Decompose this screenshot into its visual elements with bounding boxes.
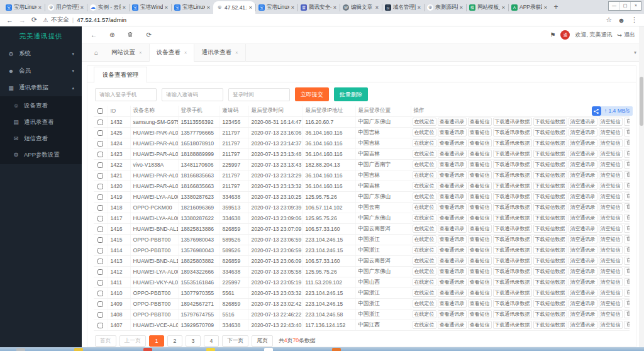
delete-row-button[interactable]	[624, 128, 630, 136]
minimize-button[interactable]: —	[609, 2, 619, 10]
action-button[interactable]: 在线定位	[413, 310, 436, 318]
action-button[interactable]: 下载短信数据	[533, 310, 567, 318]
action-button[interactable]: 清空短信	[599, 321, 623, 329]
action-button[interactable]: 查看通讯录	[438, 289, 467, 297]
browser-tab[interactable]: 宝宝塔Linux面×	[171, 1, 213, 14]
tab-close-icon[interactable]: ×	[38, 4, 42, 11]
action-button[interactable]: 下载短信数据	[533, 278, 567, 286]
submit-button[interactable]: 立即提交	[295, 87, 329, 101]
action-button[interactable]: 清空短信	[599, 257, 623, 265]
action-button[interactable]: 清空通讯录	[569, 225, 597, 233]
tab-close-icon[interactable]: ×	[207, 4, 210, 11]
action-button[interactable]: 查看短信	[468, 118, 492, 126]
action-button[interactable]: 清空短信	[599, 160, 623, 169]
reload-icon[interactable]: ⟳	[31, 16, 37, 24]
new-tab-button[interactable]: +	[550, 2, 562, 13]
action-button[interactable]: 查看通讯录	[438, 171, 467, 179]
tab-close-icon[interactable]: ×	[165, 4, 168, 11]
action-button[interactable]: 下载通讯录数据	[493, 321, 532, 329]
tab-close-icon[interactable]: ×	[460, 4, 463, 11]
action-button[interactable]: 下载短信数据	[533, 128, 567, 136]
action-button[interactable]: 下载短信数据	[533, 118, 567, 126]
action-button[interactable]: 查看短信	[468, 235, 492, 243]
action-button[interactable]: 查看通讯录	[438, 278, 467, 286]
delete-row-button[interactable]	[624, 289, 630, 297]
action-button[interactable]: 下载短信数据	[533, 150, 567, 158]
tab-close-icon[interactable]: ×	[249, 4, 252, 11]
action-button[interactable]: 清空短信	[599, 171, 623, 179]
action-button[interactable]: 清空短信	[599, 214, 623, 222]
action-button[interactable]: 下载短信数据	[533, 321, 567, 329]
action-button[interactable]: 查看通讯录	[438, 160, 467, 169]
action-button[interactable]: 清空短信	[599, 225, 623, 233]
back-icon[interactable]: ←	[6, 16, 13, 24]
tag-icon[interactable]: ⚑	[550, 31, 555, 38]
action-button[interactable]: 查看短信	[468, 289, 492, 297]
action-button[interactable]: 下载通讯录数据	[493, 171, 532, 179]
action-button[interactable]: 清空短信	[599, 289, 623, 297]
action-button[interactable]: 下载通讯录数据	[493, 289, 532, 297]
action-button[interactable]: 下载通讯录数据	[493, 310, 532, 318]
row-checkbox[interactable]	[97, 152, 103, 157]
action-button[interactable]: 查看短信	[468, 299, 492, 308]
delete-row-button[interactable]	[624, 171, 630, 179]
row-checkbox[interactable]	[97, 141, 103, 147]
tab-close-icon[interactable]: ×	[502, 4, 505, 11]
taskbar-icon[interactable]	[74, 348, 83, 351]
page-button[interactable]: 4	[204, 335, 219, 347]
delete-row-button[interactable]	[624, 257, 630, 265]
action-button[interactable]: 下载通讯录数据	[493, 160, 532, 169]
action-button[interactable]: 下载短信数据	[533, 267, 567, 276]
action-button[interactable]: 清空通讯录	[569, 235, 597, 243]
sidebar-item[interactable]: ⚙系统▾	[0, 45, 82, 62]
action-button[interactable]: 下载短信数据	[533, 289, 567, 297]
page-button[interactable]: 1	[149, 335, 164, 347]
action-button[interactable]: 查看通讯录	[438, 310, 467, 318]
action-button[interactable]: 清空通讯录	[569, 267, 597, 276]
row-checkbox[interactable]	[97, 237, 103, 243]
row-checkbox[interactable]	[97, 323, 103, 328]
action-button[interactable]: 查看通讯录	[438, 246, 467, 254]
scrollbar-thumb[interactable]	[640, 77, 643, 126]
taskbar-icon[interactable]	[16, 348, 25, 351]
action-button[interactable]: 下载短信数据	[533, 171, 567, 179]
action-button[interactable]: 下载短信数据	[533, 257, 567, 265]
action-button[interactable]: 清空短信	[599, 246, 623, 254]
delete-row-button[interactable]	[624, 278, 630, 286]
row-checkbox[interactable]	[97, 173, 103, 179]
action-button[interactable]: 清空通讯录	[569, 182, 597, 190]
row-checkbox[interactable]	[97, 226, 103, 232]
action-button[interactable]: 下载通讯录数据	[493, 214, 532, 222]
action-button[interactable]: 查看短信	[468, 214, 492, 222]
delete-row-button[interactable]	[624, 182, 630, 190]
action-button[interactable]: 查看通讯录	[438, 128, 467, 136]
row-checkbox[interactable]	[97, 280, 103, 286]
action-button[interactable]: 查看通讯录	[438, 203, 467, 211]
sidebar-subitem[interactable]: ⚙APP参数设置	[0, 147, 82, 163]
browser-tab[interactable]: 云域名管理|云×	[382, 1, 424, 14]
action-button[interactable]: 查看通讯录	[438, 214, 467, 222]
action-button[interactable]: 清空短信	[599, 267, 623, 276]
taskbar-icon[interactable]	[206, 348, 215, 351]
action-button[interactable]: 清空通讯录	[569, 321, 597, 329]
action-button[interactable]: 下载通讯录数据	[493, 203, 532, 211]
invite-code-input[interactable]	[162, 88, 223, 101]
scrollbar-track[interactable]	[639, 26, 644, 347]
action-button[interactable]: 下载通讯录数据	[493, 246, 532, 254]
row-checkbox[interactable]	[97, 301, 103, 307]
action-button[interactable]: 下载短信数据	[533, 246, 567, 254]
action-button[interactable]: 下载短信数据	[533, 235, 567, 243]
browser-tab[interactable]: ⊕47.52.41.57/×	[213, 1, 255, 14]
action-button[interactable]: 在线定位	[413, 171, 436, 179]
delete-row-button[interactable]	[624, 321, 630, 329]
action-button[interactable]: 查看通讯录	[438, 321, 467, 329]
delete-row-button[interactable]	[624, 192, 630, 201]
action-button[interactable]: 查看短信	[468, 203, 492, 211]
action-button[interactable]: 下载通讯录数据	[493, 257, 532, 265]
action-button[interactable]: 清空短信	[599, 203, 623, 211]
action-button[interactable]: 查看短信	[468, 160, 492, 169]
tab-close-icon[interactable]: ×	[235, 50, 238, 55]
bookmark-star-icon[interactable]: ☆	[606, 16, 612, 24]
collapse-sidebar-icon[interactable]: ←	[91, 31, 97, 38]
action-button[interactable]: 下载通讯录数据	[493, 139, 532, 147]
